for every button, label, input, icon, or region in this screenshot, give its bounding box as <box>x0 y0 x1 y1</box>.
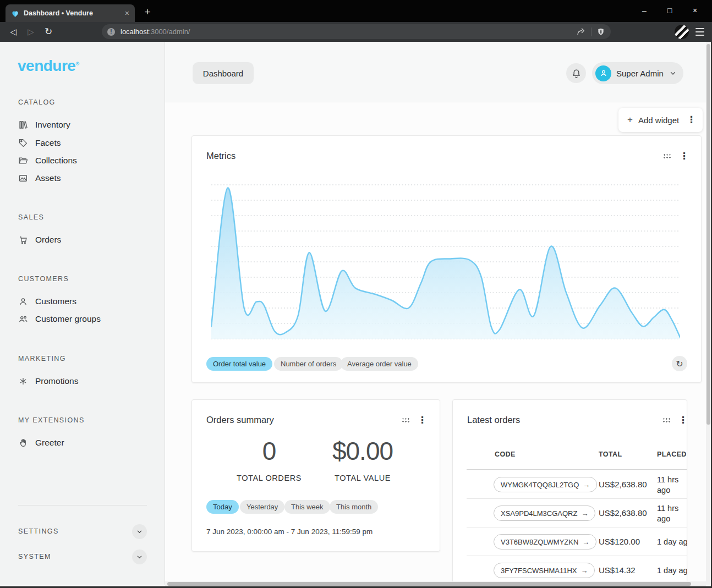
sidebar-item-inventory[interactable]: Inventory <box>18 116 70 134</box>
chevron-down-icon <box>136 528 143 535</box>
page-header: Dashboard Super Admin <box>165 42 706 102</box>
sidebar-item-promotions[interactable]: Promotions <box>18 372 78 390</box>
customer-groups-icon <box>18 314 28 324</box>
settings-expand-button[interactable] <box>132 524 147 539</box>
vertical-scrollbar[interactable] <box>706 42 711 585</box>
section-label-my-extensions: MY EXTENSIONS <box>18 416 85 424</box>
order-placed-at: 1 day ago <box>657 537 687 547</box>
widget-menu-icon[interactable]: ⋮ <box>678 416 687 424</box>
brave-shield-icon[interactable] <box>596 28 605 36</box>
row-separator <box>467 556 687 556</box>
sidebar-divider <box>18 505 147 505</box>
sidebar-item-label: Collections <box>35 156 77 166</box>
vendure-favicon-icon <box>11 9 19 18</box>
sidebar-item-collections[interactable]: Collections <box>18 152 77 169</box>
total-orders-label: TOTAL ORDERS <box>222 474 316 482</box>
window-controls: – □ × <box>632 0 708 21</box>
metric-tab-average-order-value[interactable]: Average order value <box>341 357 418 371</box>
horizontal-scrollbar[interactable] <box>165 581 706 586</box>
sidebar-item-label: Customer groups <box>35 314 101 324</box>
widget-title: Metrics <box>206 151 235 161</box>
url-bar[interactable]: ! localhost :3000/admin/ <box>102 24 611 39</box>
sidebar-item-facets[interactable]: Facets <box>18 134 61 152</box>
toolbar-separator <box>591 28 591 36</box>
horizontal-scrollbar-thumb[interactable] <box>167 582 691 586</box>
metric-tab-order-total-value[interactable]: Order total value <box>206 357 272 371</box>
order-total: US$120.00 <box>599 537 640 546</box>
arrow-right-icon: → <box>582 538 589 546</box>
sidebar-section-settings[interactable]: SETTINGS <box>18 523 147 540</box>
window-close-button[interactable]: × <box>682 0 708 21</box>
assets-icon <box>18 173 28 183</box>
date-range-text: 7 Jun 2023, 0:00:00 am - 7 Jun 2023, 11:… <box>206 527 373 536</box>
collections-icon <box>18 156 28 166</box>
metrics-chart <box>211 182 680 343</box>
total-orders-stat: 0 TOTAL ORDERS <box>222 436 316 482</box>
tab-close-icon[interactable]: × <box>125 9 129 18</box>
notifications-button[interactable] <box>566 63 586 83</box>
total-value-value: $0.00 <box>316 436 409 466</box>
forward-button[interactable]: ▷ <box>24 25 37 39</box>
order-code-button[interactable]: 3FY7FSCWSHMA11HX→ <box>494 563 595 578</box>
browser-window: Dashboard • Vendure × + – □ × ◁ ▷ ↻ ! lo… <box>0 0 712 588</box>
sidebar-item-label: Facets <box>35 138 61 148</box>
user-menu[interactable]: Super Admin <box>592 62 683 84</box>
order-total: US$2,638.80 <box>599 508 647 518</box>
browser-profile-avatar[interactable] <box>675 25 689 39</box>
inventory-icon <box>18 120 28 130</box>
vertical-scrollbar-thumb[interactable] <box>706 44 710 425</box>
range-tab-this-week[interactable]: This week <box>284 500 330 514</box>
system-expand-button[interactable] <box>132 549 147 564</box>
back-button[interactable]: ◁ <box>7 25 20 39</box>
order-code-button[interactable]: XSA9PD4LM3CGAQRZ→ <box>494 505 595 521</box>
section-label-marketing: MARKETING <box>18 355 66 362</box>
range-tab-today[interactable]: Today <box>206 500 239 514</box>
sidebar-item-greeter[interactable]: Greeter <box>18 434 64 452</box>
browser-menu-icon[interactable] <box>695 27 704 37</box>
reload-button[interactable]: ↻ <box>42 25 55 39</box>
system-label: SYSTEM <box>18 553 51 560</box>
widget-menu-icon[interactable]: ⋮ <box>418 416 427 424</box>
greeter-icon <box>18 438 28 448</box>
browser-tab[interactable]: Dashboard • Vendure × <box>6 4 135 22</box>
sidebar-section-system[interactable]: SYSTEM <box>18 548 147 565</box>
add-widget-kebab-icon[interactable]: ⋮ <box>687 116 696 124</box>
widget-menu-icon[interactable]: ⋮ <box>680 152 689 160</box>
order-total: US$14.32 <box>599 565 636 575</box>
drag-handle-icon[interactable] <box>402 417 409 423</box>
main-area: Dashboard Super Admin + Add widget ⋮ <box>165 42 706 586</box>
range-tab-yesterday[interactable]: Yesterday <box>240 500 284 514</box>
registered-mark: ® <box>75 61 79 67</box>
dashboard-content: + Add widget ⋮ Metrics ⋮ Order total val… <box>165 102 706 581</box>
order-total: US$2,638.80 <box>599 480 647 489</box>
site-info-icon[interactable]: ! <box>107 28 115 36</box>
user-name: Super Admin <box>616 69 664 78</box>
range-tab-this-month[interactable]: This month <box>330 500 378 514</box>
drag-handle-icon[interactable] <box>662 417 670 423</box>
order-code-button[interactable]: WYMGK4TQQ8JL2TGQ→ <box>494 477 597 492</box>
metrics-widget: Metrics ⋮ Order total value Number of or… <box>191 135 702 383</box>
bell-icon <box>571 68 582 79</box>
refresh-button[interactable]: ↻ <box>672 356 687 371</box>
sidebar-item-customers[interactable]: Customers <box>18 293 76 310</box>
new-tab-button[interactable]: + <box>141 6 154 19</box>
sidebar-item-orders[interactable]: Orders <box>18 231 61 249</box>
sidebar-item-label: Customers <box>35 296 76 306</box>
breadcrumb[interactable]: Dashboard <box>193 62 254 84</box>
sidebar-item-assets[interactable]: Assets <box>18 169 61 187</box>
window-maximize-button[interactable]: □ <box>657 0 682 21</box>
order-code-button[interactable]: V3T6BW8ZQLWMYZKN→ <box>494 534 596 549</box>
tab-title: Dashboard • Vendure <box>24 9 121 17</box>
vendure-admin-app: vendure® CATALOG Inventory Facets Collec… <box>0 42 712 586</box>
share-icon[interactable] <box>576 27 586 37</box>
plus-icon: + <box>627 114 633 125</box>
arrow-right-icon: → <box>580 567 588 575</box>
sidebar-item-label: Orders <box>35 235 61 245</box>
metric-tab-number-of-orders[interactable]: Number of orders <box>274 357 343 371</box>
window-minimize-button[interactable]: – <box>632 0 657 21</box>
column-header-total: TOTAL <box>599 450 622 458</box>
chevron-down-icon <box>136 553 143 560</box>
add-widget-button[interactable]: Add widget <box>638 116 681 125</box>
sidebar-item-customer-groups[interactable]: Customer groups <box>18 310 101 328</box>
drag-handle-icon[interactable] <box>663 153 671 159</box>
